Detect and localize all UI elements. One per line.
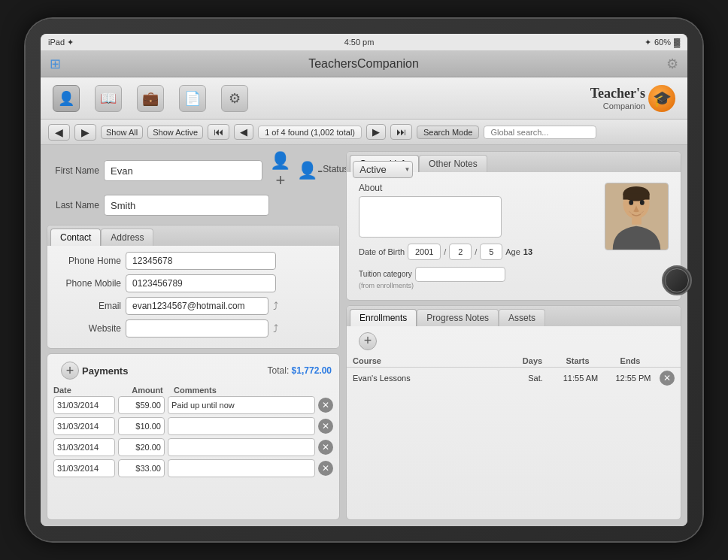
last-name-label: Last Name	[47, 200, 99, 210]
website-input[interactable]	[126, 319, 268, 338]
search-mode-button[interactable]: Search Mode	[417, 126, 479, 139]
delete-payment-button[interactable]: ✕	[318, 440, 333, 455]
delete-payment-button[interactable]: ✕	[318, 461, 333, 476]
website-row: Website ⤴	[53, 319, 333, 338]
title-icon: ⊞	[50, 56, 61, 72]
delete-enrollment-button[interactable]: ✕	[660, 371, 675, 386]
payment-rows: ✕ ✕	[47, 396, 339, 519]
payment-comment-input[interactable]	[168, 438, 315, 456]
payment-row: ✕	[53, 417, 333, 435]
remove-person-button[interactable]: 👤-	[297, 151, 323, 190]
phone-home-label: Phone Home	[53, 256, 121, 266]
website-share-icon[interactable]: ⤴	[273, 322, 278, 334]
prev-record-button[interactable]: ◀	[234, 124, 253, 140]
tab-enrollments[interactable]: Enrollments	[350, 309, 417, 326]
status-row: Status Active Inactive	[323, 161, 413, 178]
global-search-input[interactable]	[484, 126, 596, 139]
age-label: Age	[505, 247, 520, 256]
status-bar-left: iPad ✦	[48, 38, 74, 47]
payment-comment-input[interactable]	[168, 459, 315, 477]
col-days-header: Days	[514, 356, 551, 365]
add-person-button[interactable]: 👤+	[267, 151, 294, 190]
payment-row: ✕	[53, 396, 333, 414]
delete-payment-button[interactable]: ✕	[318, 398, 333, 413]
title-gear-icon[interactable]: ⚙	[666, 56, 678, 72]
show-active-button[interactable]: Show Active	[147, 126, 203, 139]
forward-button[interactable]: ▶	[74, 124, 96, 141]
payment-comment-input[interactable]	[168, 396, 315, 414]
col-ends-header: Ends	[604, 356, 657, 365]
enrollment-ends: 12:55 PM	[607, 374, 660, 383]
col-amount-header: Amount	[121, 386, 174, 395]
home-button[interactable]	[662, 265, 692, 295]
payment-amount-input[interactable]	[118, 417, 165, 435]
tab-contact[interactable]: Contact	[50, 229, 101, 246]
back-button[interactable]: ◀	[48, 124, 70, 141]
add-payment-button[interactable]: +	[61, 362, 79, 380]
total-amount: $1,772.00	[292, 365, 332, 376]
enrollment-course: Evan's Lessons	[353, 374, 517, 383]
settings-nav-icon[interactable]: ⚙	[221, 85, 248, 112]
last-name-row: Last Name	[47, 195, 340, 216]
payment-date-input[interactable]	[53, 417, 115, 435]
payment-amount-input[interactable]	[118, 438, 165, 456]
payment-row: ✕	[53, 438, 333, 456]
first-name-input[interactable]	[104, 160, 262, 181]
last-name-input[interactable]	[104, 195, 269, 216]
payment-date-input[interactable]	[53, 459, 115, 477]
tab-address[interactable]: Address	[101, 229, 153, 246]
phone-home-input[interactable]	[126, 252, 276, 270]
phone-mobile-input[interactable]	[126, 274, 276, 292]
payment-amount-input[interactable]	[118, 396, 165, 414]
total-label: Total:	[268, 365, 290, 376]
briefcase-nav-icon[interactable]: 💼	[137, 85, 164, 112]
payments-title: Payments	[82, 365, 128, 377]
enrollment-row: Evan's Lessons Sat. 11:55 AM 12:55 PM ✕	[347, 368, 681, 389]
document-nav-icon[interactable]: 📄	[179, 85, 206, 112]
tab-other-notes[interactable]: Other Notes	[419, 155, 487, 172]
dob-month-input[interactable]	[449, 244, 472, 260]
tuition-input[interactable]	[415, 267, 505, 282]
tuition-label: Tuition category	[359, 270, 412, 278]
tab-progress-notes[interactable]: Progress Notes	[417, 309, 499, 326]
logo-orange-icon: 🎓	[648, 85, 675, 112]
payments-header: + Payments Total: $1,772.00	[47, 354, 339, 384]
about-textarea[interactable]	[359, 196, 502, 238]
email-input[interactable]	[126, 297, 268, 315]
tab-assets[interactable]: Assets	[499, 309, 545, 326]
payment-amount-input[interactable]	[118, 459, 165, 477]
payment-date-input[interactable]	[53, 438, 115, 456]
add-enrollment-button[interactable]: +	[359, 332, 377, 350]
status-bar-time: 4:50 pm	[344, 38, 375, 47]
status-label: Status	[323, 164, 348, 174]
show-all-button[interactable]: Show All	[101, 126, 143, 139]
last-record-button[interactable]: ⏭	[390, 124, 412, 140]
book-nav-icon[interactable]: 📖	[95, 85, 122, 112]
svg-point-5	[629, 200, 633, 205]
payments-table-header: Date Amount Comments	[47, 384, 339, 396]
dob-year-input[interactable]	[408, 244, 441, 260]
status-dropdown-wrapper[interactable]: Active Inactive	[353, 161, 413, 178]
general-info-content: About Date of Birth / / Age	[347, 172, 681, 300]
nav-icons-left: 👤 📖 💼 📄 ⚙	[53, 85, 248, 112]
dob-slash-2: /	[475, 247, 477, 256]
payments-total: Total: $1,772.00	[268, 365, 332, 376]
first-record-button[interactable]: ⏮	[208, 124, 229, 140]
dob-row: Date of Birth / / Age 13	[359, 244, 599, 260]
email-share-icon[interactable]: ⤴	[273, 300, 278, 312]
contacts-nav-icon[interactable]: 👤	[53, 85, 80, 112]
enrollment-starts: 11:55 AM	[554, 374, 607, 383]
payment-date-input[interactable]	[53, 396, 115, 414]
right-panel: General Info Other Notes About Date of B…	[346, 151, 681, 520]
status-dropdown[interactable]: Active Inactive	[353, 161, 413, 178]
dob-label: Date of Birth	[359, 247, 405, 256]
battery-icon: ▓	[674, 38, 680, 47]
delete-payment-button[interactable]: ✕	[318, 419, 333, 434]
enrollments-table-header: Course Days Starts Ends	[347, 355, 681, 368]
logo-companion: Companion	[590, 102, 645, 110]
payment-comment-input[interactable]	[168, 417, 315, 435]
next-record-button[interactable]: ▶	[366, 124, 386, 140]
dob-day-input[interactable]	[480, 244, 502, 260]
home-button-inner	[665, 268, 689, 292]
record-count: 1 of 4 found (1,002 total)	[258, 126, 362, 139]
